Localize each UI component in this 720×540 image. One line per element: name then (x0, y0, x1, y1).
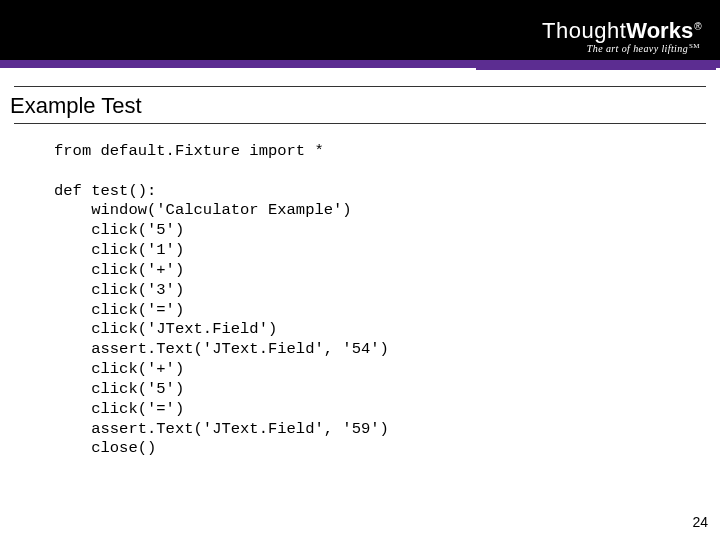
code-block: from default.Fixture import * def test()… (54, 142, 720, 459)
code-line: click('+') (54, 360, 184, 378)
title-rule-bottom (14, 123, 706, 124)
brand-suffix: Works (626, 18, 693, 43)
slide: ThoughtWorks® The art of heavy liftingSM… (0, 0, 720, 540)
brand-tagline: The art of heavy liftingSM (587, 42, 700, 54)
header-bar: ThoughtWorks® The art of heavy liftingSM (0, 0, 720, 60)
page-number: 24 (692, 514, 708, 530)
code-line: click('=') (54, 400, 184, 418)
code-line: close() (54, 439, 156, 457)
tagline-text: The art of heavy lifting (587, 43, 688, 54)
accent-box (476, 60, 716, 70)
brand-name: ThoughtWorks® (542, 18, 702, 44)
code-line: def test(): (54, 182, 156, 200)
code-line: click('1') (54, 241, 184, 259)
code-line: click('5') (54, 380, 184, 398)
brand-logo: ThoughtWorks® The art of heavy liftingSM (542, 8, 708, 64)
service-mark: SM (689, 42, 700, 50)
code-line: assert.Text('JText.Field', '59') (54, 420, 389, 438)
code-line: click('JText.Field') (54, 320, 277, 338)
registered-mark: ® (694, 21, 702, 32)
code-line: click('3') (54, 281, 184, 299)
title-section: Example Test (0, 86, 720, 128)
code-line: click('=') (54, 301, 184, 319)
page-title: Example Test (8, 87, 712, 123)
code-line: click('5') (54, 221, 184, 239)
brand-prefix: Thought (542, 18, 626, 43)
code-line: click('+') (54, 261, 184, 279)
code-line: from default.Fixture import * (54, 142, 324, 160)
code-line: assert.Text('JText.Field', '54') (54, 340, 389, 358)
code-line: window('Calculator Example') (54, 201, 352, 219)
